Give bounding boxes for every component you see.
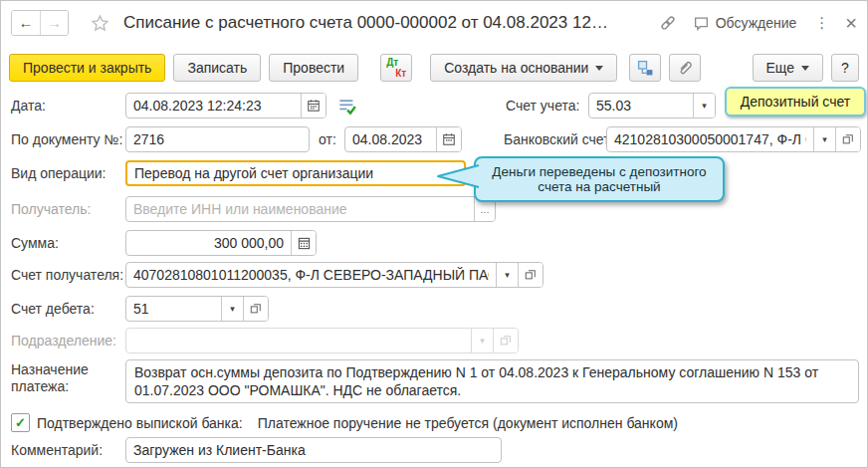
date-label: Дата: (11, 93, 46, 118)
open-item-icon[interactable] (493, 329, 518, 352)
discussion-label: Обсуждение (716, 15, 797, 31)
create-based-on-button[interactable]: Создать на основании (430, 54, 617, 82)
post-and-close-button[interactable]: Провести и закрыть (9, 54, 165, 82)
accounting-account-field: ▾ (588, 93, 716, 118)
chevron-down-icon (801, 66, 809, 71)
doc-number-field (125, 126, 310, 152)
set-current-date-icon[interactable] (337, 97, 356, 118)
payee-input[interactable] (126, 197, 474, 221)
back-button[interactable]: ← (12, 11, 40, 35)
title-bar: ← → Списание с расчетного счета 0000-000… (1, 1, 867, 45)
account-tooltip: Депозитный счет (725, 87, 866, 117)
dropdown-arrow-icon[interactable]: ▾ (221, 297, 243, 321)
date-field (125, 93, 326, 118)
comment-field (125, 437, 502, 463)
payment-purpose-label: Назначение платежа: (11, 361, 89, 395)
operation-type-input[interactable] (127, 162, 464, 184)
more-actions-label: Еще (766, 60, 795, 76)
doc-number-input[interactable] (126, 127, 309, 151)
dt-label: Дт (386, 57, 398, 68)
amount-field (125, 230, 317, 256)
department-field: ▾ (125, 328, 519, 353)
paperclip-icon (677, 60, 694, 77)
doc-number-label: По документу №: (11, 126, 122, 152)
debit-account-field: ▾ (125, 296, 269, 322)
close-icon[interactable]: × (845, 13, 857, 33)
operation-callout: Деньги переведены с депозитного счета на… (474, 156, 725, 202)
calendar-icon[interactable] (301, 94, 326, 117)
document-window: ← → Списание с расчетного счета 0000-000… (0, 0, 868, 468)
payment-purpose-textarea[interactable]: Возврат осн.суммы депозита по Подтвержде… (125, 359, 859, 403)
page-title: Списание с расчетного счета 0000-000002 … (123, 13, 608, 33)
date-input[interactable] (126, 94, 301, 117)
payee-label: Получатель: (11, 196, 91, 222)
calculator-icon[interactable] (291, 231, 316, 255)
payee-account-label: Счет получателя: (11, 262, 123, 288)
department-label: Подразделение: (11, 328, 116, 353)
payee-account-input[interactable] (126, 263, 496, 287)
help-button[interactable]: ? (831, 54, 859, 82)
amount-input[interactable] (126, 231, 291, 255)
more-menu-icon[interactable]: ⋮ (814, 14, 829, 32)
show-postings-dtkt-button[interactable]: Дт Кт (380, 54, 412, 82)
structure-icon (637, 60, 654, 77)
star-outline-icon (91, 14, 109, 33)
dropdown-arrow-icon[interactable]: ▾ (471, 329, 493, 352)
copy-link-icon[interactable] (659, 14, 677, 32)
post-button[interactable]: Провести (269, 54, 358, 82)
toolbar: Провести и закрыть Записать Провести Дт … (9, 53, 859, 83)
operation-type-label: Вид операции: (11, 160, 107, 186)
payee-field: ... (125, 196, 496, 222)
doc-from-label: от: (319, 126, 336, 152)
bank-account-input[interactable] (607, 127, 813, 151)
debit-account-label: Счет дебета: (11, 296, 95, 322)
accounting-account-input[interactable] (589, 94, 693, 117)
chevron-down-icon (595, 66, 603, 71)
dropdown-arrow-icon[interactable]: ▾ (813, 127, 835, 151)
payment-order-note: Платежное поручение не требуется (докуме… (258, 415, 678, 431)
operation-type-field (125, 160, 466, 186)
discussion-button[interactable]: Обсуждение (693, 15, 797, 32)
more-actions-button[interactable]: Еще (753, 54, 824, 82)
write-button[interactable]: Записать (173, 54, 261, 82)
amount-label: Сумма: (11, 230, 59, 256)
attachments-button[interactable] (669, 54, 701, 82)
discussion-bubble-icon (693, 15, 710, 32)
dropdown-arrow-icon[interactable]: ▾ (496, 263, 518, 287)
payee-account-field: ▾ (125, 262, 543, 288)
bank-confirmed-checkbox[interactable]: ✓ (11, 413, 30, 432)
favorite-star-icon[interactable] (91, 14, 109, 33)
bank-confirmed-label: Подтверждено выпиской банка: (37, 415, 243, 431)
dropdown-arrow-icon[interactable]: ▾ (693, 94, 715, 117)
open-item-icon[interactable] (835, 127, 860, 151)
accounting-account-label: Счет учета: (506, 93, 579, 118)
bank-account-label: Банковский счет: (504, 126, 613, 152)
bank-confirmed-row: ✓ Подтверждено выпиской банка: Платежное… (11, 413, 678, 432)
structure-reports-button[interactable] (629, 54, 661, 82)
comment-input[interactable] (126, 438, 501, 462)
department-input[interactable] (126, 329, 471, 352)
calendar-icon[interactable] (436, 127, 461, 151)
open-item-icon[interactable] (518, 263, 542, 287)
doc-from-date-input[interactable] (345, 127, 436, 151)
callout-tail (435, 163, 481, 191)
doc-from-date-field (344, 126, 462, 152)
forward-button[interactable]: → (40, 11, 68, 35)
open-item-icon[interactable] (243, 297, 268, 321)
debit-account-input[interactable] (126, 297, 221, 321)
nav-history-group: ← → (11, 10, 69, 36)
comment-label: Комментарий: (11, 437, 103, 463)
kt-label: Кт (395, 68, 406, 79)
create-based-on-label: Создать на основании (444, 60, 588, 76)
bank-account-field: ▾ (606, 126, 861, 152)
